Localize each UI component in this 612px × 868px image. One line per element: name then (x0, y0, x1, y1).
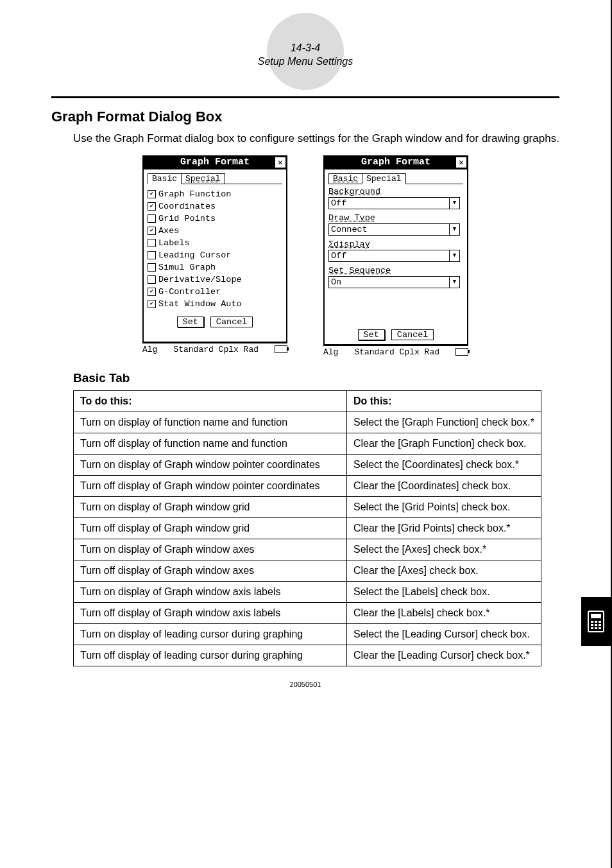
cell-todo: Turn on display of Graph window grid (74, 496, 347, 517)
dropdown-label: Set Sequence (328, 266, 463, 275)
svg-rect-6 (595, 624, 597, 626)
page-title: Graph Format Dialog Box (51, 108, 559, 125)
checkbox-icon[interactable] (148, 263, 156, 272)
svg-rect-7 (599, 624, 601, 626)
status-left: Alg (142, 345, 157, 354)
cell-todo: Turn off display of leading cursor durin… (74, 645, 347, 666)
dialog-title: Graph Format (180, 157, 250, 168)
dropdown-label: Σdisplay (328, 239, 463, 249)
table-row: Turn off display of function name and fu… (74, 433, 541, 454)
basic-tab-heading: Basic Tab (73, 371, 559, 385)
checkbox-item[interactable]: Leading Cursor (148, 249, 282, 261)
checkbox-label: Simul Graph (158, 263, 216, 272)
checkbox-icon[interactable]: ✔ (148, 202, 156, 211)
cell-todo: Turn on display of leading cursor during… (74, 623, 347, 645)
close-icon[interactable]: ✕ (275, 157, 286, 168)
status-left: Alg (323, 347, 338, 357)
table-row: Turn off display of Graph window axesCle… (74, 560, 541, 581)
checkbox-item[interactable]: ✔Coordinates (148, 200, 282, 213)
svg-rect-1 (591, 614, 601, 618)
col-header-todo: To do this: (74, 390, 347, 412)
svg-rect-8 (591, 627, 593, 629)
svg-rect-10 (599, 627, 601, 629)
checkbox-icon[interactable]: ✔ (148, 227, 156, 235)
cell-todo: Turn off display of function name and fu… (74, 433, 347, 454)
checkbox-item[interactable]: Grid Points (148, 213, 282, 225)
tab-basic[interactable]: Basic (148, 173, 182, 184)
svg-rect-4 (599, 621, 601, 623)
cell-todo: Turn on display of Graph window axes (74, 539, 347, 560)
chevron-down-icon[interactable]: ▼ (449, 277, 459, 288)
cell-todo: Turn on display of Graph window pointer … (74, 454, 347, 475)
cell-dothis: Clear the [Labels] check box.* (347, 602, 541, 623)
checkbox-item[interactable]: Simul Graph (148, 261, 282, 273)
dropdown-value: Off (331, 198, 346, 208)
checkbox-icon[interactable] (148, 251, 156, 259)
checkbox-icon[interactable] (148, 239, 156, 247)
dropdown-group: BackgroundOff▼ (328, 187, 463, 209)
checkbox-item[interactable]: Derivative/Slope (148, 273, 282, 286)
close-icon[interactable]: ✕ (455, 157, 467, 168)
checkbox-icon[interactable]: ✔ (148, 288, 156, 296)
dropdown[interactable]: Off▼ (328, 197, 460, 209)
set-button[interactable]: Set (358, 329, 385, 340)
dropdown-value: Connect (331, 225, 368, 234)
checkbox-item[interactable]: ✔Axes (148, 225, 282, 237)
checkbox-label: Stat Window Auto (158, 299, 242, 309)
checkbox-icon[interactable]: ✔ (148, 300, 156, 308)
cell-dothis: Clear the [Leading Cursor] check box.* (347, 645, 541, 666)
chevron-down-icon[interactable]: ▼ (449, 224, 459, 235)
checkbox-item[interactable]: ✔Graph Function (148, 188, 282, 200)
table-row: Turn on display of Graph window axesSele… (74, 539, 541, 560)
checkbox-label: G-Controller (158, 287, 221, 297)
checkbox-label: Derivative/Slope (158, 275, 242, 284)
footer-code: 20050501 (51, 681, 559, 688)
page-header: 14-3-4 Setup Menu Settings (51, 19, 559, 90)
table-row: Turn on display of leading cursor during… (74, 623, 541, 645)
dropdown[interactable]: Off▼ (328, 250, 460, 262)
cell-dothis: Select the [Graph Function] check box.* (347, 412, 541, 433)
checkbox-item[interactable]: Labels (148, 237, 282, 249)
checkbox-item[interactable]: ✔G-Controller (148, 286, 282, 298)
cancel-button[interactable]: Cancel (391, 329, 434, 340)
svg-rect-9 (595, 627, 597, 629)
cell-todo: Turn on display of Graph window axis lab… (74, 581, 347, 602)
dialog-title: Graph Format (361, 157, 430, 168)
svg-rect-2 (591, 621, 593, 623)
cell-dothis: Clear the [Coordinates] check box. (347, 475, 541, 496)
checkbox-icon[interactable] (148, 275, 156, 284)
table-row: Turn off display of leading cursor durin… (74, 645, 541, 666)
chevron-down-icon[interactable]: ▼ (449, 198, 459, 209)
cell-dothis: Select the [Grid Points] check box. (347, 496, 541, 517)
dropdown-group: ΣdisplayOff▼ (328, 239, 463, 262)
checkbox-icon[interactable]: ✔ (148, 190, 156, 198)
table-row: Turn on display of Graph window axis lab… (74, 581, 541, 602)
cell-dothis: Select the [Axes] check box.* (347, 539, 541, 560)
checkbox-label: Graph Function (158, 189, 231, 199)
cell-todo: Turn off display of Graph window axis la… (74, 602, 347, 623)
svg-rect-5 (591, 624, 593, 626)
dropdown-value: On (331, 277, 341, 287)
table-row: Turn off display of Graph window gridCle… (74, 517, 541, 539)
table-row: Turn on display of Graph window pointer … (74, 454, 541, 475)
checkbox-icon[interactable] (148, 214, 156, 223)
cell-todo: Turn off display of Graph window axes (74, 560, 347, 581)
dropdown-label: Background (328, 187, 463, 196)
chevron-down-icon[interactable]: ▼ (449, 250, 459, 261)
tab-special[interactable]: Special (362, 173, 406, 184)
cancel-button[interactable]: Cancel (210, 317, 253, 327)
dropdown-group: Draw TypeConnect▼ (328, 213, 463, 236)
page-code: 14-3-4 (51, 42, 559, 55)
status-mid: Standard Cplx Rad (173, 345, 259, 354)
checkbox-label: Leading Cursor (158, 250, 231, 260)
dropdown[interactable]: Connect▼ (328, 223, 460, 236)
status-mid: Standard Cplx Rad (354, 347, 439, 357)
dropdown[interactable]: On▼ (328, 276, 460, 288)
cell-dothis: Select the [Coordinates] check box.* (347, 454, 541, 475)
tab-basic[interactable]: Basic (328, 173, 362, 184)
checkbox-item[interactable]: ✔Stat Window Auto (148, 298, 282, 310)
cell-todo: Turn off display of Graph window pointer… (74, 475, 347, 496)
checkbox-label: Coordinates (158, 202, 216, 211)
set-button[interactable]: Set (177, 317, 204, 327)
tab-special[interactable]: Special (181, 173, 225, 184)
